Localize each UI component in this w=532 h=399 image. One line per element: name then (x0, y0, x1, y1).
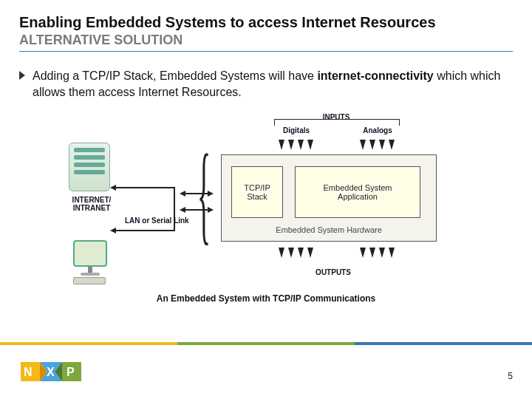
diagram-caption: An Embedded System with TCP/IP Communica… (63, 293, 469, 304)
footer-divider (0, 341, 532, 346)
slide-subtitle: ALTERNATIVE SOLUTION (19, 33, 513, 52)
page-number: 5 (508, 371, 513, 381)
arrows-down-icon (360, 248, 395, 258)
app-box: Embedded System Application (295, 166, 420, 218)
bullet-text-bold: internet-connectivity (317, 69, 433, 82)
svg-text:N: N (24, 366, 33, 378)
bullet-arrow-icon (19, 71, 25, 80)
analogs-label: Analogs (355, 126, 400, 134)
hardware-label: Embedded System Hardware (230, 225, 428, 234)
arrows-down-icon (360, 140, 395, 150)
architecture-diagram: INTERNET/ INTRANET LAN or Serial Link { … (63, 113, 469, 313)
arrow-icon (115, 230, 174, 231)
brace-icon (274, 119, 400, 126)
svg-text:P: P (66, 366, 75, 378)
tcpip-box: TCP/IP Stack (231, 166, 283, 218)
slide-title: Enabling Embedded Systems to access Inte… (19, 13, 513, 31)
bullet-text: Adding a TCP/IP Stack, Embedded Systems … (33, 68, 513, 100)
server-label: INTERNET/ INTRANET (63, 196, 120, 212)
link-label: LAN or Serial Link (125, 216, 189, 225)
curly-brace-icon: { (197, 151, 211, 235)
arrow-icon (115, 187, 174, 188)
connector-line (174, 187, 175, 231)
outputs-label: OUTPUTS (304, 268, 363, 276)
nxp-logo: N X P (21, 358, 84, 386)
server-icon (69, 143, 110, 191)
arrows-down-icon (279, 248, 313, 258)
digitals-label: Digitals (274, 126, 318, 134)
bullet-text-pre: Adding a TCP/IP Stack, Embedded Systems … (33, 69, 317, 82)
pc-icon (66, 240, 113, 283)
svg-text:X: X (47, 366, 55, 378)
arrows-down-icon (279, 140, 313, 150)
bullet-item: Adding a TCP/IP Stack, Embedded Systems … (19, 68, 513, 100)
